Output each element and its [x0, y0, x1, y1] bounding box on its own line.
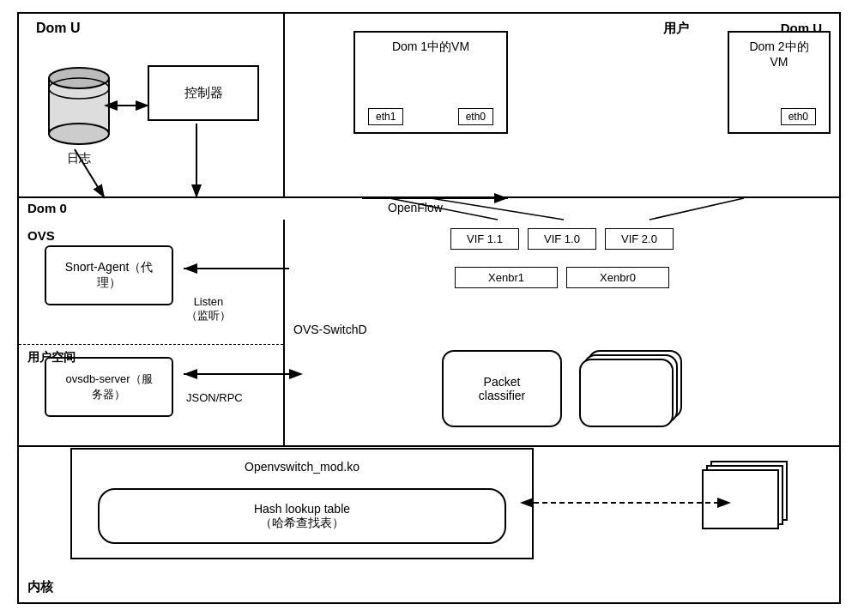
userspace-divider	[19, 344, 283, 345]
bottom-section: 内核 Openvswitch_mod.ko Hash lookup table …	[19, 426, 839, 602]
top-right-vms: 用户 Dom U Dom 1中的VM eth1 eth0 Dom 2中的 VM …	[285, 14, 839, 196]
middle-section: OVS Snort-Agent（代 理） Listen （监听） 用户空间 ov…	[19, 198, 839, 447]
vif11-label: VIF 1.1	[467, 233, 503, 245]
vif-row: VIF 1.1 VIF 1.0 VIF 2.0	[293, 228, 831, 250]
dom1-vm-label: Dom 1中的VM	[355, 39, 506, 55]
ethx-stack: eth x	[702, 461, 788, 538]
jsonrpc-label: JSON/RPC	[186, 391, 243, 404]
xenbr1-label: Xenbr1	[488, 271, 524, 284]
diagram-container: Dom U 日志 控制器	[17, 12, 841, 604]
top-section: Dom U 日志 控制器	[19, 14, 839, 198]
middle-right: OpenFlow VIF 1.1 VIF 1.0 VIF 2.0 Xenbr1	[285, 220, 839, 445]
vif20-box: VIF 2.0	[605, 228, 674, 250]
ovs-switchd-label: OVS-SwitchD	[293, 323, 367, 336]
vif20-label: VIF 2.0	[621, 233, 657, 245]
openflow-label: OpenFlow	[388, 201, 443, 214]
eth1-box: eth1	[368, 108, 403, 125]
controller-label: 控制器	[184, 85, 223, 101]
hash-label: Hash lookup table （哈希查找表）	[254, 502, 350, 531]
flowtable-box-3	[579, 359, 674, 427]
ovs-section-label: OVS	[27, 228, 55, 243]
xenbr-row: Xenbr1 Xenbr0	[293, 267, 831, 288]
vif11-box: VIF 1.1	[450, 228, 519, 250]
dom1-vm-box: Dom 1中的VM eth1 eth0	[353, 31, 508, 134]
eth0-dom2-label: eth0	[789, 111, 808, 123]
db-label: 日志	[45, 151, 113, 166]
ovsdb-label: ovsdb-server（服 务器）	[65, 371, 152, 402]
user-label: 用户	[663, 21, 689, 37]
eth1-label: eth1	[376, 111, 396, 123]
domu-left-label: Dom U	[36, 21, 81, 36]
eth0-dom1-box: eth0	[458, 108, 493, 125]
hash-box: Hash lookup table （哈希查找表）	[98, 488, 506, 544]
xenbr1-box: Xenbr1	[455, 267, 558, 288]
snort-agent-box: Snort-Agent（代 理）	[45, 245, 173, 305]
xenbr0-box: Xenbr0	[566, 267, 669, 288]
dom2-vm-label: Dom 2中的 VM	[729, 39, 829, 69]
top-left-domu: Dom U 日志 控制器	[19, 14, 285, 196]
openvswitch-box: Openvswitch_mod.ko Hash lookup table （哈希…	[70, 448, 534, 559]
db-cylinder	[45, 61, 113, 147]
svg-point-2	[49, 124, 109, 144]
switchd-content: Packet classifier Flowtable （流表）	[293, 340, 831, 437]
snort-label: Snort-Agent（代 理）	[65, 260, 154, 291]
middle-left: OVS Snort-Agent（代 理） Listen （监听） 用户空间 ov…	[19, 220, 285, 445]
eth0-dom2-box: eth0	[781, 108, 816, 125]
vif10-label: VIF 1.0	[544, 233, 580, 245]
packet-classifier-box: Packet classifier	[442, 350, 562, 427]
packet-classifier-label: Packet classifier	[479, 375, 525, 402]
listen-label: Listen （监听）	[186, 295, 231, 323]
openvswitch-label: Openvswitch_mod.ko	[72, 460, 532, 474]
dom2-vm-box: Dom 2中的 VM eth0	[728, 31, 831, 134]
flowtable-stack: Flowtable （流表）	[579, 350, 682, 427]
vif10-box: VIF 1.0	[528, 228, 596, 250]
eth0-dom1-label: eth0	[466, 111, 486, 123]
kernel-label: 内核	[27, 579, 53, 595]
ethx-box-3	[702, 469, 779, 529]
controller-box: 控制器	[148, 65, 259, 121]
ovsdb-server-box: ovsdb-server（服 务器）	[45, 357, 173, 417]
xenbr0-label: Xenbr0	[600, 271, 636, 284]
